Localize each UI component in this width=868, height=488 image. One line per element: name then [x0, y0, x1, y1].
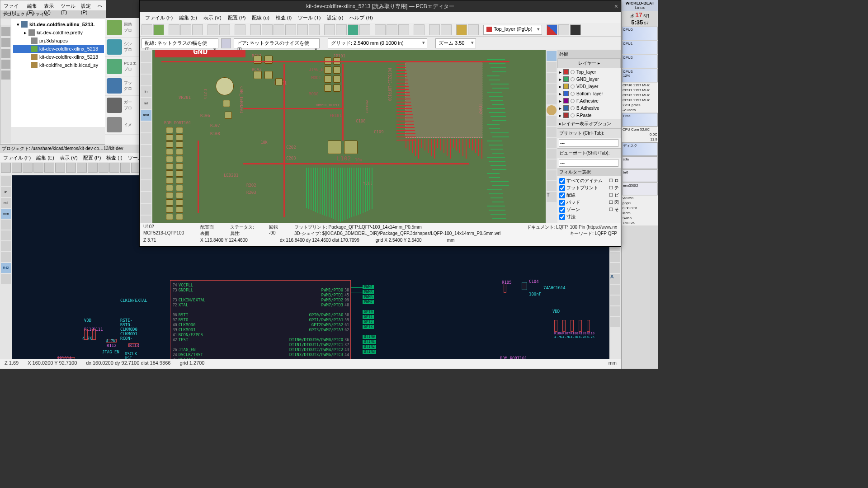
poly-icon[interactable] [547, 181, 557, 191]
rect-icon[interactable] [547, 160, 557, 169]
text-icon[interactable]: T [547, 192, 557, 202]
tool-icon[interactable] [610, 252, 620, 262]
tool-icon[interactable] [23, 163, 33, 173]
grid-combo[interactable]: グリッド: 2.5400 mm (0.1000 in) [328, 38, 427, 48]
zoom-icon[interactable] [309, 24, 320, 35]
layer-row[interactable]: ▸GND_layer [557, 75, 621, 83]
pad-icon[interactable] [141, 180, 151, 191]
contrast-icon[interactable] [547, 24, 557, 35]
pcb-main-toolbar[interactable]: Top_layer (PgUp) [140, 23, 621, 37]
close-icon[interactable]: × [614, 3, 618, 10]
preset-combo[interactable]: --- [559, 139, 618, 147]
tool-icon[interactable] [55, 163, 65, 173]
refresh-icon[interactable] [250, 24, 261, 35]
zoom-combo[interactable]: ズーム 3.50 [435, 38, 476, 48]
tool-icon[interactable] [610, 285, 620, 295]
tool-icon[interactable] [99, 163, 108, 173]
pcb-right-toolbar[interactable]: T [546, 50, 557, 223]
line-icon[interactable] [547, 138, 557, 148]
tool-icon[interactable] [1, 274, 11, 284]
pcb-canvas[interactable]: GND RCA1 RCA2 CAN_TERM201 JP101 JTAG_EN … [152, 50, 546, 223]
auto-width-icon[interactable] [221, 38, 231, 48]
run-icon[interactable] [348, 24, 359, 35]
tree-item[interactable]: kit-dev-coldfire-xilinx_5213 [13, 53, 104, 61]
via-icon[interactable] [547, 105, 557, 115]
layer-row[interactable]: ▸VDD_layer [557, 83, 621, 90]
save-icon[interactable] [1, 163, 11, 173]
tool-icon[interactable] [1, 230, 11, 240]
tree-item[interactable]: kit-coldfire_schlib.kicad_sy [13, 61, 104, 69]
tool-icon[interactable] [610, 263, 620, 273]
arc-icon[interactable] [547, 149, 557, 159]
tree-item[interactable]: ▸kit-dev-coldfire.pretty [13, 28, 104, 37]
zone-icon[interactable] [547, 116, 557, 126]
tool-icon[interactable] [12, 163, 22, 173]
print-icon[interactable] [33, 163, 43, 173]
lock-icon[interactable] [398, 24, 409, 35]
board-icon[interactable] [441, 24, 452, 35]
pcb-left-toolbar[interactable]: in mil mm [140, 50, 152, 223]
flip-icon[interactable] [359, 24, 370, 35]
unit-mm[interactable]: mm [141, 110, 151, 121]
pm-tool-icon[interactable] [1, 70, 10, 80]
redo-icon[interactable] [219, 24, 230, 35]
footprint-icon[interactable] [547, 84, 557, 94]
zoom-out-icon[interactable] [274, 24, 284, 35]
circle-icon[interactable] [547, 170, 557, 180]
ratsnest-icon[interactable] [141, 133, 151, 144]
zoom-sel-icon[interactable] [297, 24, 308, 35]
layers-icon[interactable] [429, 24, 440, 35]
undo-icon[interactable] [208, 24, 218, 35]
filter-checkbox[interactable]: すべてのアイテム ☐ ロ [559, 177, 619, 184]
launcher-gerber[interactable]: ガープロ [105, 96, 139, 115]
text-icon[interactable] [610, 317, 620, 327]
tree-item-selected[interactable]: kit-dev-coldfire-xilinx_5213 [13, 45, 104, 53]
pm-left-toolbar[interactable] [0, 25, 11, 143]
viewport-combo[interactable]: --- [559, 159, 618, 167]
tree-root[interactable]: ▾kit-dev-coldfire-xilinx_5213. [13, 20, 104, 28]
tool-icon[interactable] [610, 296, 620, 305]
filter-checkbox[interactable]: 配線 ☐ ビ [559, 192, 619, 199]
project-tree[interactable]: ▾kit-dev-coldfire-xilinx_5213. ▸kit-dev-… [11, 19, 106, 127]
unit-in[interactable]: in [1, 187, 11, 197]
launcher-image[interactable]: イメ [105, 115, 139, 135]
net-highlight-icon[interactable] [547, 62, 557, 72]
select-icon[interactable] [547, 51, 557, 61]
layer-row[interactable]: ▸Bottom_layer [557, 90, 621, 97]
undo-icon[interactable] [66, 163, 76, 173]
unit-mil[interactable]: mil [141, 98, 151, 109]
unit-in[interactable]: in [141, 86, 151, 97]
grid-icon[interactable] [141, 51, 151, 62]
rotate-ccw-icon[interactable] [324, 24, 335, 35]
rotate-cw-icon[interactable] [336, 24, 347, 35]
tool-icon[interactable] [141, 145, 151, 156]
redo-icon[interactable] [77, 163, 87, 173]
layers-tab[interactable]: レイヤー ▸ [557, 58, 621, 68]
zoom-fit-icon[interactable] [285, 24, 296, 35]
tool-icon[interactable] [88, 163, 98, 173]
plot-icon[interactable] [192, 24, 203, 35]
fp-icon[interactable] [375, 24, 386, 35]
pm-tool-icon[interactable] [1, 27, 10, 36]
unit-mm[interactable]: mm [1, 209, 11, 219]
sch-left-toolbar[interactable]: in mil mm R42 [0, 175, 12, 359]
zone-icon[interactable] [141, 169, 151, 179]
save-icon[interactable] [142, 24, 152, 35]
tool-icon[interactable] [141, 157, 151, 168]
filter-checkbox[interactable]: フットプリント ☐ テ [559, 184, 619, 192]
filter-checkbox[interactable]: 寸法 [559, 213, 619, 221]
route-icon[interactable] [547, 94, 557, 104]
board-setup-icon[interactable] [153, 24, 164, 35]
pcb-menubar[interactable]: ファイル (F) 編集 (E) 表示 (V) 配置 (P) 配線 (u) 検査 … [140, 12, 621, 23]
appearance-panel[interactable]: 外観 レイヤー ▸ ▸Top_layer▸GND_layer▸VDD_layer… [557, 50, 621, 223]
layer-row[interactable]: ▸B.Adhesive [557, 104, 621, 112]
filter-checkbox[interactable]: パッド ☐ 図 [559, 199, 619, 206]
track-width-combo[interactable]: 配線: ネットクラスの幅を使用 [142, 38, 218, 48]
via-combo[interactable]: ビア: ネットクラスのサイズを使用 [234, 38, 320, 48]
zoom-in-icon[interactable] [262, 24, 273, 35]
pm-tool-icon[interactable] [1, 60, 10, 69]
pcb-titlebar[interactable]: kit-dev-coldfire-xilinx_5213 [読み取り専用] — … [140, 0, 621, 12]
filter-icon[interactable] [456, 24, 467, 35]
launcher-schematic[interactable]: 回路プロ [105, 18, 139, 38]
launcher-pcb[interactable]: PCBエプロ [105, 57, 139, 76]
